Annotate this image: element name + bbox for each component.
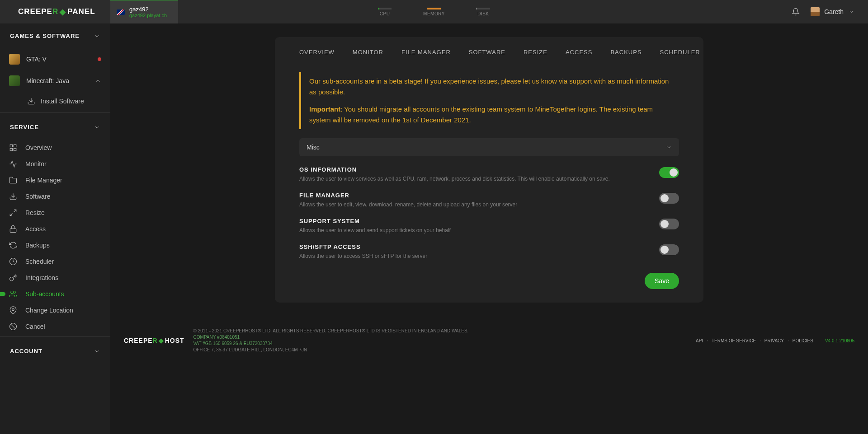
- main-content: OVERVIEW MONITOR FILE MANAGER SOFTWARE R…: [110, 23, 868, 434]
- brand-logo[interactable]: CREEPER◆PANEL: [0, 0, 110, 23]
- game-gta[interactable]: GTA: V: [0, 48, 110, 70]
- footer-logo: CREEPER◆HOST: [124, 337, 184, 344]
- lock-icon: [9, 225, 17, 233]
- link-tos[interactable]: TERMS OF SERVICE: [712, 338, 756, 343]
- chevron-down-icon: [94, 348, 100, 355]
- nav-software-label: Software: [25, 193, 50, 200]
- nav-access[interactable]: Access: [0, 221, 110, 237]
- user-menu[interactable]: Gareth: [811, 7, 854, 16]
- version: V4.0.1 210805: [825, 338, 854, 343]
- clock-icon: [9, 257, 17, 266]
- svg-line-9: [11, 324, 16, 329]
- download-icon: [9, 192, 17, 201]
- section-service-label: SERVICE: [10, 124, 39, 131]
- footer-company: COMPANY #08401051: [193, 334, 469, 341]
- dropdown-label: Misc: [307, 144, 320, 151]
- resource-disk[interactable]: DISK: [476, 8, 490, 16]
- divider: [0, 336, 110, 337]
- chevron-down-icon: [665, 144, 672, 150]
- nav-resize-label: Resize: [25, 209, 45, 216]
- toggle-os-info[interactable]: [659, 167, 679, 178]
- brand-text-1: CREEPE: [18, 7, 52, 16]
- footer-vat: VAT #GB 160 6059 26 & EU372030734: [193, 341, 469, 347]
- memory-bar: [427, 8, 441, 9]
- category-dropdown[interactable]: Misc: [299, 138, 679, 156]
- game-minecraft[interactable]: Minecraft: Java: [0, 70, 110, 92]
- server-name: gaz492: [129, 6, 167, 13]
- maximize-icon: [9, 209, 17, 217]
- save-button[interactable]: Save: [645, 273, 679, 289]
- nav-subaccounts-label: Sub-accounts: [25, 290, 64, 298]
- nav-monitor[interactable]: Monitor: [0, 156, 110, 172]
- tab-overview[interactable]: OVERVIEW: [299, 49, 335, 56]
- nav-changelocation[interactable]: Change Location: [0, 302, 110, 318]
- perm-title: SSH/SFTP ACCESS: [299, 243, 427, 250]
- svg-rect-1: [14, 145, 16, 147]
- cpu-label: CPU: [380, 11, 390, 16]
- server-host: gaz492.playat.ch: [129, 13, 167, 18]
- nav-integrations[interactable]: Integrations: [0, 270, 110, 286]
- brand-text-2: PANEL: [67, 7, 95, 16]
- tab-backups[interactable]: BACKUPS: [610, 49, 642, 56]
- user-name: Gareth: [824, 8, 844, 15]
- toggle-support[interactable]: [659, 219, 679, 229]
- server-tab[interactable]: gaz492 gaz492.playat.ch: [110, 0, 178, 23]
- divider: [0, 112, 110, 113]
- tabs: OVERVIEW MONITOR FILE MANAGER SOFTWARE R…: [275, 37, 703, 63]
- footer-text: © 2011 - 2021 CREEPERHOST® LTD. ALL RIGH…: [193, 328, 469, 353]
- install-label: Install Software: [41, 98, 84, 105]
- avatar: [811, 7, 820, 16]
- svg-point-7: [12, 308, 14, 311]
- chevron-down-icon: [94, 33, 100, 39]
- cpu-bar: [378, 8, 392, 9]
- perm-desc: Allows the user to view services as well…: [299, 176, 610, 182]
- link-api[interactable]: API: [696, 338, 703, 343]
- folder-icon: [9, 176, 17, 184]
- nav-software[interactable]: Software: [0, 188, 110, 205]
- tab-resize[interactable]: RESIZE: [524, 49, 547, 56]
- tab-software[interactable]: SOFTWARE: [469, 49, 505, 56]
- perm-title: SUPPORT SYSTEM: [299, 218, 451, 224]
- tab-monitor[interactable]: MONITOR: [353, 49, 383, 56]
- resource-meters: CPU MEMORY DISK: [378, 8, 490, 16]
- section-account[interactable]: ACCOUNT: [0, 339, 110, 364]
- nav-backups-label: Backups: [25, 242, 50, 249]
- footer-links: API · TERMS OF SERVICE · PRIVACY · POLIC…: [696, 338, 854, 343]
- bell-icon[interactable]: [792, 8, 800, 16]
- nav-scheduler-label: Scheduler: [25, 258, 54, 265]
- gta-icon: [9, 54, 20, 65]
- toggle-ssh[interactable]: [659, 244, 679, 255]
- section-games[interactable]: GAMES & SOFTWARE: [0, 23, 110, 48]
- resource-memory[interactable]: MEMORY: [423, 8, 445, 16]
- nav-changelocation-label: Change Location: [25, 307, 73, 314]
- nav-backups[interactable]: Backups: [0, 237, 110, 253]
- tab-access[interactable]: ACCESS: [566, 49, 592, 56]
- nav-access-label: Access: [25, 225, 46, 233]
- tab-scheduler[interactable]: SCHEDULER: [660, 49, 700, 56]
- section-service[interactable]: SERVICE: [0, 115, 110, 140]
- nav-resize[interactable]: Resize: [0, 205, 110, 221]
- nav-scheduler[interactable]: Scheduler: [0, 253, 110, 270]
- nav-cancel[interactable]: Cancel: [0, 318, 110, 335]
- brand-accent: R: [52, 7, 58, 16]
- tab-filemanager[interactable]: FILE MANAGER: [401, 49, 451, 56]
- chevron-down-icon: [848, 9, 854, 15]
- link-privacy[interactable]: PRIVACY: [764, 338, 784, 343]
- sidebar: GAMES & SOFTWARE GTA: V Minecraft: Java …: [0, 23, 110, 434]
- install-software[interactable]: Install Software: [0, 92, 110, 111]
- perm-support: SUPPORT SYSTEM Allows the user to view a…: [299, 218, 679, 233]
- toggle-file-manager[interactable]: [659, 193, 679, 204]
- activity-icon: [9, 160, 17, 168]
- slash-icon: [9, 322, 17, 331]
- users-icon: [9, 290, 17, 298]
- svg-rect-2: [10, 149, 12, 151]
- footer: CREEPER◆HOST © 2011 - 2021 CREEPERHOST® …: [110, 321, 868, 360]
- perm-desc: Allows the user to access SSH or sFTP fo…: [299, 253, 427, 259]
- nav-subaccounts[interactable]: Sub-accounts: [0, 286, 110, 302]
- resource-cpu[interactable]: CPU: [378, 8, 392, 16]
- nav-filemanager[interactable]: File Manager: [0, 172, 110, 188]
- nav-overview[interactable]: Overview: [0, 140, 110, 156]
- section-account-label: ACCOUNT: [10, 348, 42, 355]
- link-policies[interactable]: POLICIES: [793, 338, 813, 343]
- rotate-icon: [9, 241, 17, 249]
